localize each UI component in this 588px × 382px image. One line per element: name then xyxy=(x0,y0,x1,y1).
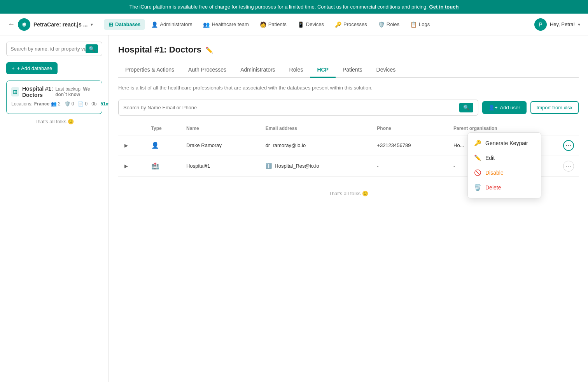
col-phone: Phone xyxy=(372,122,449,135)
tab-roles[interactable]: Roles xyxy=(282,63,310,78)
row1-phone-cell: +32123456789 xyxy=(372,135,449,156)
table-toolbar: 🔍 👤+ Add user Import from xlsx xyxy=(118,100,579,116)
user-area: P Hey, Petra! ▾ xyxy=(534,18,580,31)
user-avatar: P xyxy=(534,18,547,31)
table-search-input[interactable] xyxy=(123,105,459,110)
edit-icon: ✏️ xyxy=(474,154,481,161)
add-database-button[interactable]: + + Add database xyxy=(6,62,58,74)
nav-label-healthcare: Healthcare team xyxy=(212,21,248,27)
app-dropdown-arrow[interactable]: ▾ xyxy=(91,22,93,27)
backup-label: Last backup: xyxy=(55,86,82,92)
row2-phone-cell: - xyxy=(372,156,449,176)
sidebar-search-container: 🔍 xyxy=(6,42,102,56)
main-layout: 🔍 + + Add database ⊞ Hospital #1: Doctor… xyxy=(0,35,588,382)
row2-info-icon: ℹ️ xyxy=(266,163,272,169)
row1-name-cell: Drake Ramoray xyxy=(182,135,261,156)
tab-administrators[interactable]: Administrators xyxy=(233,63,282,78)
row1-expand-button[interactable]: ▶ xyxy=(123,142,130,149)
row2-expand-button[interactable]: ▶ xyxy=(123,163,130,170)
context-menu-delete[interactable]: 🗑️ Delete xyxy=(468,180,541,195)
col-type: Type xyxy=(147,122,182,135)
nav-label-devices: Devices xyxy=(306,21,324,27)
svg-point-1 xyxy=(23,22,24,23)
nav-label-patients: Patients xyxy=(268,21,287,27)
title-edit-icon[interactable]: ✏️ xyxy=(205,46,213,54)
nav-item-databases[interactable]: ⊞ Databases xyxy=(104,19,145,30)
row2-expand-cell: ▶ xyxy=(118,156,147,176)
nav-items: ⊞ Databases 👤 Administrators 👥 Healthcar… xyxy=(104,19,531,30)
user-initial: P xyxy=(539,21,542,28)
stat-size: 0b xyxy=(91,101,96,107)
patients-icon: 🧑 xyxy=(260,21,266,28)
table-search-button[interactable]: 🔍 xyxy=(459,103,473,112)
db-meta: Locations: France 👥 2 🛡️ 0 📄 0 0b 51mb xyxy=(11,101,97,107)
context-menu-generate-keypair[interactable]: 🔑 Generate Keypair xyxy=(468,136,541,151)
logs-icon: 📋 xyxy=(410,21,417,28)
backup-info-text: Last backup: We don`t know xyxy=(55,86,97,97)
sidebar-search-button[interactable]: 🔍 xyxy=(86,44,98,53)
tab-patients[interactable]: Patients xyxy=(336,63,369,78)
col-email: Email address xyxy=(261,122,373,135)
edit-label: Edit xyxy=(485,155,495,161)
db-card-header: ⊞ Hospital #1: Doctors xyxy=(11,86,55,98)
db-card[interactable]: ⊞ Hospital #1: Doctors Last backup: We d… xyxy=(6,81,102,114)
row2-type-icon: 🏥 xyxy=(151,163,159,169)
back-button[interactable]: ← xyxy=(8,20,15,28)
row1-type-icon: 👤 xyxy=(151,142,159,149)
user-dropdown-arrow[interactable]: ▾ xyxy=(578,22,580,27)
row1-more-button[interactable]: ⋯ xyxy=(563,140,574,151)
row2-phone: - xyxy=(377,163,378,169)
tab-auth-processes[interactable]: Auth Processes xyxy=(181,63,233,78)
row2-actions: ⋯ xyxy=(548,161,574,172)
svg-point-2 xyxy=(24,22,26,23)
nav-item-administrators[interactable]: 👤 Administrators xyxy=(147,19,197,30)
administrators-icon: 👤 xyxy=(151,21,158,28)
db-stats: 👥 2 🛡️ 0 📄 0 0b 51mb xyxy=(51,101,109,107)
tab-hcp[interactable]: HCP xyxy=(310,63,336,78)
import-xlsx-button[interactable]: Import from xlsx xyxy=(530,101,579,114)
roles-icon: 🛡️ xyxy=(378,21,385,28)
sidebar-thats-all: That's all folks 🙂 xyxy=(6,114,102,129)
devices-icon: 📱 xyxy=(298,21,304,28)
stat-docs: 📄 0 xyxy=(78,101,88,107)
add-user-icon: 👤+ xyxy=(488,105,498,110)
locations-label: Locations: xyxy=(11,101,33,107)
nav-item-devices[interactable]: 📱 Devices xyxy=(293,19,329,30)
nav-item-patients[interactable]: 🧑 Patients xyxy=(255,19,291,30)
col-name: Name xyxy=(182,122,261,135)
content-area: Hospital #1: Doctors ✏️ Properties & Act… xyxy=(109,35,588,382)
stat-extra: 51mb xyxy=(100,101,109,107)
row1-phone: +32123456789 xyxy=(377,142,411,148)
banner-message: The iCure platform is available free of … xyxy=(130,4,428,10)
get-in-touch-link[interactable]: Get in touch xyxy=(429,4,459,10)
nav-item-logs[interactable]: 📋 Logs xyxy=(406,19,434,30)
nav-label-roles: Roles xyxy=(387,21,399,27)
tab-properties[interactable]: Properties & Actions xyxy=(118,63,181,78)
row2-name-cell: Hospital#1 xyxy=(182,156,261,176)
context-menu-disable[interactable]: 🚫 Disable xyxy=(468,165,541,180)
add-user-button[interactable]: 👤+ Add user xyxy=(482,101,527,114)
row1-email: dr_ramoray@io.io xyxy=(266,142,306,148)
header-left: ← PetraCare: react.js ... ▾ xyxy=(8,18,93,31)
header: ← PetraCare: react.js ... ▾ ⊞ Databases … xyxy=(0,14,588,35)
row1-type-cell: 👤 xyxy=(147,135,182,156)
top-banner: The iCure platform is available free of … xyxy=(0,0,588,14)
add-user-label: Add user xyxy=(500,105,520,110)
app-title: PetraCare: react.js ... xyxy=(33,21,88,28)
user-name[interactable]: Hey, Petra! xyxy=(550,21,575,27)
row2-org: - xyxy=(453,163,455,169)
delete-icon: 🗑️ xyxy=(474,184,481,191)
context-menu-edit[interactable]: ✏️ Edit xyxy=(468,151,541,165)
nav-item-roles[interactable]: 🛡️ Roles xyxy=(373,19,404,30)
processes-icon: 🔑 xyxy=(335,21,341,28)
row2-more-button[interactable]: ⋯ xyxy=(563,161,574,172)
nav-label-databases: Databases xyxy=(115,21,140,27)
sidebar-search-input[interactable] xyxy=(10,46,86,52)
row1-actions: ⋯ xyxy=(548,140,574,151)
tab-devices[interactable]: Devices xyxy=(369,63,403,78)
nav-item-healthcare-team[interactable]: 👥 Healthcare team xyxy=(198,19,253,30)
row1-expand-cell: ▶ xyxy=(118,135,147,156)
nav-item-processes[interactable]: 🔑 Processes xyxy=(330,19,372,30)
stat-roles: 🛡️ 0 xyxy=(65,101,74,107)
row2-type-cell: 🏥 xyxy=(147,156,182,176)
